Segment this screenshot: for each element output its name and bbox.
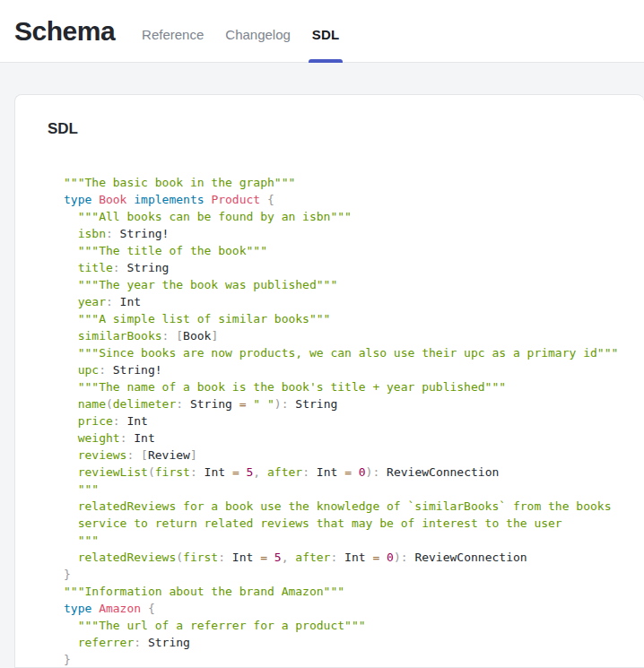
code-line: title: String: [64, 259, 626, 276]
code-line: type Book implements Product {: [64, 191, 626, 208]
tab-bar: Reference Changelog SDL: [142, 0, 339, 62]
page-header: Schema Reference Changelog SDL: [0, 0, 644, 63]
code-line: reviews: [Review]: [64, 447, 626, 464]
code-line: isbn: String!: [64, 225, 626, 242]
code-line: """The year the book was published""": [64, 276, 626, 293]
sdl-code: """The basic book in the graph"""type Bo…: [48, 163, 626, 668]
tab-changelog[interactable]: Changelog: [225, 0, 291, 62]
code-line: upc: String!: [64, 361, 626, 378]
code-line: type Amazon {: [64, 600, 626, 617]
code-line: """The name of a book is the book's titl…: [64, 378, 626, 395]
code-line: year: Int: [64, 293, 626, 310]
code-line: }: [64, 651, 626, 668]
code-line: """All books can be found by an isbn""": [64, 208, 626, 225]
code-line: """: [64, 481, 626, 498]
tab-reference[interactable]: Reference: [142, 0, 204, 62]
code-line: }: [64, 566, 626, 583]
code-line: similarBooks: [Book]: [64, 327, 626, 344]
code-line: service to return related reviews that m…: [64, 515, 626, 532]
code-line: """: [64, 532, 626, 549]
page-body: SDL """The basic book in the graph"""typ…: [0, 63, 644, 668]
code-line: relatedReviews for a book use the knowle…: [64, 498, 626, 515]
page-title: Schema: [14, 16, 115, 47]
code-line: name(delimeter: String = " "): String: [64, 395, 626, 412]
code-line: """Since books are now products, we can …: [64, 344, 626, 361]
code-line: """The basic book in the graph""": [64, 174, 626, 191]
tab-sdl[interactable]: SDL: [312, 0, 340, 62]
card-heading: SDL: [48, 120, 626, 138]
code-line: reviewList(first: Int = 5, after: Int = …: [64, 464, 626, 481]
sdl-card: SDL """The basic book in the graph"""typ…: [14, 94, 644, 668]
code-line: relatedReviews(first: Int = 5, after: In…: [64, 549, 626, 566]
code-line: referrer: String: [64, 634, 626, 651]
code-line: """The title of the book""": [64, 242, 626, 259]
code-line: weight: Int: [64, 429, 626, 447]
code-line: """Information about the brand Amazon""": [64, 583, 626, 600]
code-line: """A simple list of similar books""": [64, 310, 626, 327]
code-line: price: Int: [64, 412, 626, 429]
code-line: """The url of a referrer for a product""…: [64, 617, 626, 634]
